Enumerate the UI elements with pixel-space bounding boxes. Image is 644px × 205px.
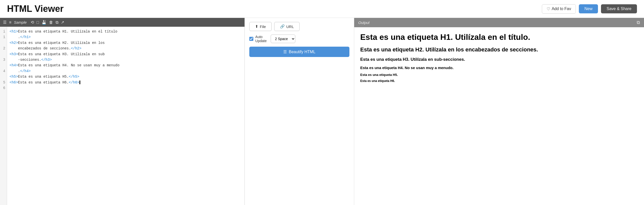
save-icon[interactable]: 💾 [42,20,47,25]
auto-update-container: AutoUpdate [249,35,267,43]
file-button[interactable]: ⬆ File [249,22,272,31]
output-h4: Esta es una etiqueta H4. No se usan muy … [360,66,638,70]
output-expand-icon[interactable]: ⧉ [637,20,640,25]
upload-icon: ⬆ [255,24,258,29]
beautify-html-button[interactable]: ☰ Beautify HTML [249,47,349,57]
output-h6: Esta es una etiqueta H6. [360,79,638,83]
beautify-icon: ☰ [283,49,287,54]
output-h3: Esta es una etiqueta H3. Utilízala en su… [360,57,638,62]
auto-update-checkbox[interactable] [249,37,253,41]
app-title: HTML Viewer [7,4,64,14]
line-numbers: i 1 2 3 4 5 6 [0,27,7,205]
header-actions: ♡ Add to Fav New Save & Share [542,4,637,14]
list-rows-icon[interactable]: ☰ [3,20,7,25]
output-h1: Esta es una etiqueta H1. Utilízala en el… [360,32,638,42]
middle-controls-panel: ⬆ File 🔗 URL AutoUpdate 2 Space 4 Space … [245,18,354,205]
output-label: Output [358,20,370,25]
menu-icon[interactable]: ≡ [9,20,11,25]
link-icon: 🔗 [280,24,285,29]
output-content: Esta es una etiqueta H1. Utilízala en el… [354,27,644,205]
delete-icon[interactable]: 🗑 [49,20,53,25]
new-button[interactable]: New [579,4,598,13]
space-select[interactable]: 2 Space 4 Space Tab [271,35,295,43]
code-editor[interactable]: <h1>Esta es una etiqueta H1. Utilízala e… [7,27,245,205]
open-file-icon[interactable]: □ [36,20,39,25]
add-to-fav-button[interactable]: ♡ Add to Fav [542,4,576,14]
save-share-button[interactable]: Save & Share [601,4,637,13]
main-content: ☰ ≡ Sample ⟲ □ 💾 🗑 ⧉ ↗ i 1 2 3 4 5 6 [0,18,644,205]
output-h2: Esta es una etiqueta H2. Utilízala en lo… [360,46,638,53]
expand-icon[interactable]: ↗ [61,20,64,25]
copy-icon[interactable]: ⧉ [56,20,58,25]
output-panel: Output ⧉ Esta es una etiqueta H1. Utilíz… [354,18,644,205]
sample-label: Sample [14,20,27,24]
output-toolbar: Output ⧉ [354,18,644,27]
heart-icon: ♡ [547,7,550,11]
history-icon[interactable]: ⟲ [31,20,34,25]
auto-update-label: AutoUpdate [255,35,267,43]
editor-content-area: i 1 2 3 4 5 6 <h1>Esta es una etiqueta H… [0,27,245,205]
output-h5: Esta es una etiqueta H5. [360,73,638,77]
auto-update-space-row: AutoUpdate 2 Space 4 Space Tab [249,35,349,43]
file-url-row: ⬆ File 🔗 URL [249,22,349,31]
app-header: HTML Viewer ♡ Add to Fav New Save & Shar… [0,0,644,18]
editor-panel: ☰ ≡ Sample ⟲ □ 💾 🗑 ⧉ ↗ i 1 2 3 4 5 6 [0,18,245,205]
url-button[interactable]: 🔗 URL [274,22,300,31]
editor-toolbar: ☰ ≡ Sample ⟲ □ 💾 🗑 ⧉ ↗ [0,18,245,27]
